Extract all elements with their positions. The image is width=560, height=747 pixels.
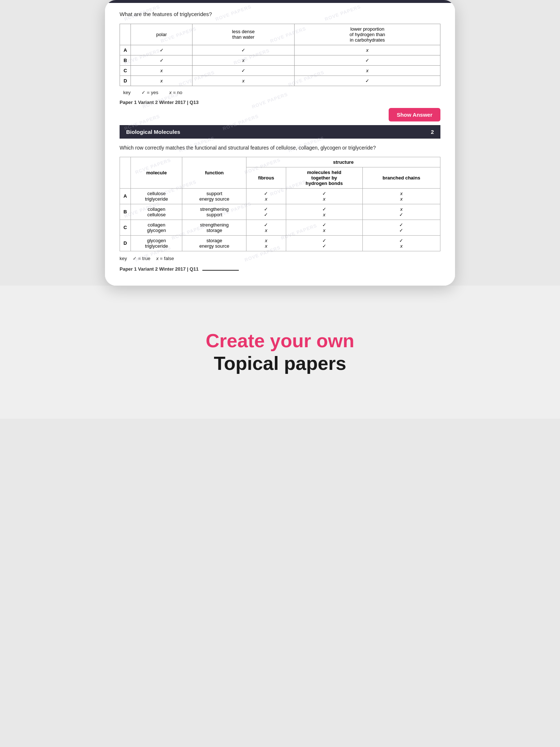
question2-text: Which row correctly matches the function…	[120, 144, 440, 152]
table-row: C collagenglycogen strengtheningstorage …	[120, 220, 440, 235]
q2-row-d-label: D	[120, 235, 131, 251]
q1-row-c-label: C	[120, 65, 131, 76]
promo-line1: Create your own	[15, 329, 545, 352]
question1-table: polar less densethan water lower proport…	[120, 24, 440, 86]
q1-row-a-label: A	[120, 45, 131, 55]
q1-row-a-col3: x	[295, 45, 440, 55]
q2-th-function: function	[182, 157, 246, 188]
q2-row-d-branched: ✓x	[362, 235, 440, 251]
table-row: C x ✓ x	[120, 65, 440, 76]
q2-row-b-label: B	[120, 204, 131, 220]
q2-reference-area: Paper 1 Variant 2 Winter 2017 | Q11	[120, 266, 440, 275]
q2-th-branched: branched chains	[362, 167, 440, 188]
q2-row-d-hydrogen: ✓✓	[286, 235, 362, 251]
q2-row-b-molecule: collagencellulose	[131, 204, 182, 220]
q2-row-d-function: storageenergy source	[182, 235, 246, 251]
q2-row-c-function: strengtheningstorage	[182, 220, 246, 235]
q1-col2: less densethan water	[192, 24, 294, 45]
q2-key-label: key	[120, 256, 127, 261]
q2-row-c-molecule: collagenglycogen	[131, 220, 182, 235]
q1-row-a-col1: ✓	[131, 45, 192, 55]
q2-row-c-label: C	[120, 220, 131, 235]
q1-row-d-label: D	[120, 76, 131, 86]
q1-row-c-col2: ✓	[192, 65, 294, 76]
divider-line	[202, 270, 239, 271]
table-row: A ✓ ✓ x	[120, 45, 440, 55]
q1-col1: polar	[131, 24, 192, 45]
q2-row-c-branched: ✓✓	[362, 220, 440, 235]
q2-key-cross: x = false	[156, 256, 174, 261]
q2-row-c-fibrous: ✓x	[246, 220, 286, 235]
q2-row-d-molecule: glycogentriglyceride	[131, 235, 182, 251]
q1-row-a-col2: ✓	[192, 45, 294, 55]
show-answer-area: Show Answer	[120, 108, 440, 125]
q2-row-d-fibrous: xx	[246, 235, 286, 251]
q2-row-b-fibrous: ✓✓	[246, 204, 286, 220]
q2-th-fibrous: fibrous	[246, 167, 286, 188]
q2-row-a-branched: xx	[362, 188, 440, 204]
q2-row-a-label: A	[120, 188, 131, 204]
q1-row-d-col1: x	[131, 76, 192, 86]
q2-key-check: ✓ = true	[133, 256, 150, 261]
q1-key-cross: x = no	[169, 90, 182, 95]
q2-th-molecule: molecule	[131, 157, 182, 188]
promo-line2: Topical papers	[15, 352, 545, 375]
question2-table: molecule function structure fibrous mole…	[120, 157, 440, 251]
q2-row-a-hydrogen: ✓x	[286, 188, 362, 204]
table-row: B ✓ x ✓	[120, 55, 440, 65]
section2-header: Biological Molecules 2	[120, 125, 440, 139]
table-row: D x x ✓	[120, 76, 440, 86]
question1-text: What are the features of triglycerides?	[120, 10, 440, 19]
q1-row-b-label: B	[120, 55, 131, 65]
section2-number: 2	[431, 129, 434, 135]
q1-col3: lower proportionof hydrogen thanin carbo…	[295, 24, 440, 45]
q1-key-label: key	[123, 90, 131, 95]
q1-row-c-col1: x	[131, 65, 192, 76]
q2-reference: Paper 1 Variant 2 Winter 2017 | Q11	[120, 266, 199, 272]
q2-th-hydrogen: molecules heldtogether byhydrogen bonds	[286, 167, 362, 188]
table-row: B collagencellulose strengtheningsupport…	[120, 204, 440, 220]
q2-row-b-branched: x✓	[362, 204, 440, 220]
top-bar	[105, 0, 455, 3]
q2-row-a-fibrous: ✓x	[246, 188, 286, 204]
table-row: D glycogentriglyceride storageenergy sou…	[120, 235, 440, 251]
q2-row-a-function: supportenergy source	[182, 188, 246, 204]
q1-row-b-col3: ✓	[295, 55, 440, 65]
q1-key-area: key ✓ = yes x = no	[120, 90, 440, 95]
promo-section: Create your own Topical papers	[0, 286, 560, 419]
q1-row-b-col1: ✓	[131, 55, 192, 65]
q1-row-c-col3: x	[295, 65, 440, 76]
q2-row-b-hydrogen: ✓x	[286, 204, 362, 220]
q2-row-b-function: strengtheningsupport	[182, 204, 246, 220]
q2-th-structure: structure	[246, 157, 440, 167]
q2-th-empty	[120, 157, 131, 188]
q1-key-check: ✓ = yes	[141, 90, 158, 95]
q1-col0	[120, 24, 131, 45]
table-row: A cellulosetriglyceride supportenergy so…	[120, 188, 440, 204]
q2-row-c-hydrogen: ✓x	[286, 220, 362, 235]
q2-key-area: key ✓ = true x = false	[120, 256, 440, 261]
q1-row-d-col2: x	[192, 76, 294, 86]
q1-row-b-col2: x	[192, 55, 294, 65]
section2-title: Biological Molecules	[126, 129, 180, 135]
q2-row-a-molecule: cellulosetriglyceride	[131, 188, 182, 204]
q1-reference: Paper 1 Variant 2 Winter 2017 | Q13	[120, 100, 440, 105]
q1-row-d-col3: ✓	[295, 76, 440, 86]
show-answer-button[interactable]: Show Answer	[389, 108, 440, 121]
